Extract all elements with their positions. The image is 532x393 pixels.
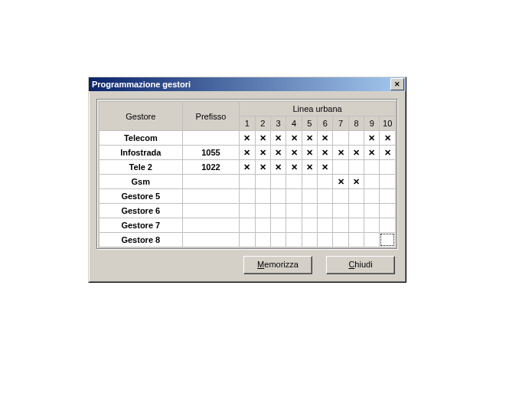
- header-line-8[interactable]: 8: [348, 116, 364, 131]
- line-cell[interactable]: [380, 189, 396, 204]
- line-cell[interactable]: [255, 218, 270, 233]
- line-cell[interactable]: [240, 146, 255, 160]
- line-cell[interactable]: [380, 204, 396, 218]
- line-cell[interactable]: [255, 146, 270, 160]
- line-cell[interactable]: [302, 146, 317, 160]
- line-cell[interactable]: [318, 189, 333, 204]
- line-cell[interactable]: [364, 233, 380, 247]
- line-cell[interactable]: [333, 160, 348, 175]
- line-cell[interactable]: [255, 233, 270, 247]
- gestore-cell[interactable]: Gestore 8: [100, 233, 183, 247]
- line-cell[interactable]: [333, 175, 348, 189]
- prefisso-cell[interactable]: [182, 218, 240, 233]
- chiudi-button[interactable]: Chiudi: [326, 256, 395, 274]
- line-cell[interactable]: [364, 218, 380, 233]
- line-cell[interactable]: [286, 189, 302, 204]
- line-cell[interactable]: [286, 204, 302, 218]
- prefisso-cell[interactable]: [182, 175, 240, 189]
- header-line-7[interactable]: 7: [333, 116, 348, 131]
- line-cell[interactable]: [380, 131, 396, 146]
- line-cell[interactable]: [318, 233, 333, 247]
- line-cell[interactable]: [240, 160, 255, 175]
- line-cell[interactable]: [286, 218, 302, 233]
- close-button[interactable]: ✕: [390, 78, 404, 90]
- line-cell[interactable]: [380, 146, 396, 160]
- line-cell[interactable]: [348, 204, 364, 218]
- prefisso-cell[interactable]: [182, 204, 240, 218]
- header-line-4[interactable]: 4: [286, 116, 302, 131]
- line-cell[interactable]: [270, 160, 286, 175]
- line-cell[interactable]: [240, 189, 255, 204]
- line-cell[interactable]: [348, 189, 364, 204]
- line-cell[interactable]: [240, 131, 255, 146]
- line-cell[interactable]: [302, 233, 317, 247]
- line-cell[interactable]: [302, 204, 317, 218]
- line-cell[interactable]: [270, 189, 286, 204]
- line-cell[interactable]: [240, 233, 255, 247]
- header-line-2[interactable]: 2: [255, 116, 270, 131]
- line-cell[interactable]: [255, 189, 270, 204]
- line-cell[interactable]: [302, 160, 317, 175]
- line-cell[interactable]: [302, 131, 317, 146]
- line-cell[interactable]: [255, 204, 270, 218]
- line-cell[interactable]: [240, 218, 255, 233]
- header-line-1[interactable]: 1: [240, 116, 255, 131]
- header-line-3[interactable]: 3: [270, 116, 286, 131]
- line-cell[interactable]: [302, 175, 317, 189]
- line-cell[interactable]: [380, 233, 396, 247]
- line-cell[interactable]: [255, 131, 270, 146]
- prefisso-cell[interactable]: 1022: [182, 160, 240, 175]
- line-cell[interactable]: [348, 175, 364, 189]
- gestore-cell[interactable]: Gestore 5: [100, 189, 183, 204]
- line-cell[interactable]: [333, 131, 348, 146]
- line-cell[interactable]: [318, 204, 333, 218]
- line-cell[interactable]: [380, 160, 396, 175]
- line-cell[interactable]: [255, 160, 270, 175]
- line-cell[interactable]: [302, 218, 317, 233]
- line-cell[interactable]: [286, 175, 302, 189]
- line-cell[interactable]: [302, 189, 317, 204]
- line-cell[interactable]: [348, 233, 364, 247]
- gestore-cell[interactable]: Gestore 6: [100, 204, 183, 218]
- prefisso-cell[interactable]: [182, 131, 240, 146]
- line-cell[interactable]: [364, 189, 380, 204]
- line-cell[interactable]: [318, 146, 333, 160]
- line-cell[interactable]: [348, 131, 364, 146]
- line-cell[interactable]: [364, 131, 380, 146]
- header-line-5[interactable]: 5: [302, 116, 317, 131]
- line-cell[interactable]: [364, 160, 380, 175]
- line-cell[interactable]: [333, 189, 348, 204]
- memorizza-button[interactable]: Memorizza: [243, 256, 312, 274]
- line-cell[interactable]: [364, 175, 380, 189]
- line-cell[interactable]: [286, 160, 302, 175]
- prefisso-cell[interactable]: [182, 233, 240, 247]
- line-cell[interactable]: [270, 131, 286, 146]
- line-cell[interactable]: [380, 175, 396, 189]
- line-cell[interactable]: [286, 146, 302, 160]
- line-cell[interactable]: [318, 175, 333, 189]
- header-line-9[interactable]: 9: [364, 116, 380, 131]
- line-cell[interactable]: [240, 204, 255, 218]
- gestore-cell[interactable]: Telecom: [100, 131, 183, 146]
- line-cell[interactable]: [270, 146, 286, 160]
- line-cell[interactable]: [318, 131, 333, 146]
- line-cell[interactable]: [333, 204, 348, 218]
- line-cell[interactable]: [348, 218, 364, 233]
- prefisso-cell[interactable]: 1055: [182, 146, 240, 160]
- line-cell[interactable]: [318, 218, 333, 233]
- line-cell[interactable]: [364, 204, 380, 218]
- line-cell[interactable]: [270, 175, 286, 189]
- gestore-cell[interactable]: Infostrada: [100, 146, 183, 160]
- header-line-6[interactable]: 6: [318, 116, 333, 131]
- line-cell[interactable]: [364, 146, 380, 160]
- line-cell[interactable]: [270, 233, 286, 247]
- line-cell[interactable]: [270, 204, 286, 218]
- header-line-10[interactable]: 10: [380, 116, 396, 131]
- line-cell[interactable]: [380, 218, 396, 233]
- prefisso-cell[interactable]: [182, 189, 240, 204]
- line-cell[interactable]: [333, 233, 348, 247]
- line-cell[interactable]: [240, 175, 255, 189]
- line-cell[interactable]: [286, 131, 302, 146]
- line-cell[interactable]: [286, 233, 302, 247]
- gestore-cell[interactable]: Gsm: [100, 175, 183, 189]
